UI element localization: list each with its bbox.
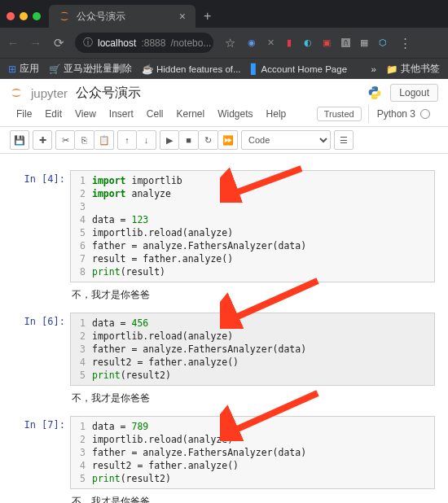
- maximize-window-button[interactable]: [33, 12, 41, 20]
- menu-view[interactable]: View: [68, 105, 103, 123]
- code-cell[interactable]: In [7]:12345data = 789importlib.reload(a…: [10, 414, 438, 491]
- url-host: localhost: [98, 37, 136, 49]
- star-bookmark-icon[interactable]: ☆: [223, 37, 236, 50]
- move-down-button[interactable]: ↓: [137, 130, 156, 150]
- bookmark-item[interactable]: ▋Account Home Page: [251, 63, 347, 75]
- browser-tab[interactable]: 公众号演示 ×: [49, 5, 195, 28]
- copy-button[interactable]: ⎘: [75, 130, 94, 150]
- code-text[interactable]: import importlibimport analyze data = 12…: [92, 174, 434, 278]
- jupyter-favicon-icon: [59, 11, 70, 22]
- restart-button[interactable]: ↻: [199, 130, 218, 150]
- extension-icon[interactable]: ✕: [265, 37, 276, 49]
- restart-run-all-button[interactable]: ⏩: [218, 130, 238, 150]
- trusted-badge[interactable]: Trusted: [317, 107, 362, 121]
- code-text[interactable]: data = 456importlib.reload(analyze)fathe…: [92, 317, 434, 382]
- apps-bookmark[interactable]: ⊞应用: [8, 63, 39, 75]
- menu-insert[interactable]: Insert: [103, 105, 140, 123]
- kernel-indicator[interactable]: Python 3: [368, 105, 438, 123]
- menu-edit[interactable]: Edit: [38, 105, 68, 123]
- minimize-window-button[interactable]: [20, 12, 28, 20]
- extension-icon[interactable]: ⬡: [377, 37, 389, 49]
- extension-icon[interactable]: 🅰: [340, 37, 351, 49]
- line-gutter: 12345678: [71, 174, 89, 278]
- browser-chrome: 公众号演示 × + ← → ⟳ ⓘ localhost:8888/notebo.…: [0, 0, 448, 79]
- cell-output: 不，我才是你爸爸: [10, 286, 438, 304]
- output-text: 不，我才是你爸爸: [70, 492, 152, 503]
- toolbar: 💾 ✚ ✂ ⎘ 📋 ↑ ↓ ▶ ■ ↻ ⏩ Code ☰: [0, 127, 448, 154]
- forward-button[interactable]: →: [29, 37, 42, 50]
- reload-button[interactable]: ⟳: [52, 37, 65, 50]
- tab-title: 公众号演示: [77, 10, 125, 24]
- tab-strip: 公众号演示 × +: [0, 0, 448, 28]
- save-button[interactable]: 💾: [10, 130, 29, 150]
- close-window-button[interactable]: [7, 12, 15, 20]
- line-gutter: 12345: [71, 420, 89, 485]
- bookmark-item[interactable]: 🛒亚马逊批量删除: [49, 63, 132, 75]
- line-gutter: 12345: [71, 317, 89, 382]
- code-cell[interactable]: In [4]:12345678import importlibimport an…: [10, 168, 438, 284]
- code-input[interactable]: 12345data = 456importlib.reload(analyze)…: [70, 313, 435, 386]
- extension-icon[interactable]: ▣: [321, 37, 332, 49]
- jupyter-logo-icon: [10, 86, 23, 99]
- address-bar[interactable]: ⓘ localhost:8888/notebo...: [75, 33, 213, 53]
- code-cell[interactable]: In [6]:12345data = 456importlib.reload(a…: [10, 311, 438, 387]
- output-text: 不，我才是你爸爸: [70, 389, 152, 408]
- notebook-title[interactable]: 公众号演示: [76, 85, 141, 102]
- input-prompt: In [7]:: [13, 416, 70, 489]
- cell-output: 不，我才是你爸爸: [10, 492, 438, 503]
- menu-widgets[interactable]: Widgets: [211, 105, 259, 123]
- menu-cell[interactable]: Cell: [140, 105, 170, 123]
- back-button[interactable]: ←: [7, 37, 20, 50]
- extension-icon[interactable]: ◐: [302, 37, 314, 49]
- command-palette-button[interactable]: ☰: [334, 130, 354, 150]
- cell-output: 不，我才是你爸爸: [10, 389, 438, 408]
- bookmarks-bar: ⊞应用 🛒亚马逊批量删除 ☕Hidden features of... ▋Acc…: [0, 58, 448, 79]
- input-prompt: In [4]:: [13, 170, 70, 282]
- extension-icon[interactable]: ◉: [246, 37, 257, 49]
- notebook-container: In [4]:12345678import importlibimport an…: [0, 154, 448, 503]
- jupyter-header: jupyter 公众号演示 Logout: [0, 79, 448, 103]
- extension-icon[interactable]: ▦: [358, 37, 370, 49]
- site-info-icon[interactable]: ⓘ: [83, 36, 93, 50]
- code-input[interactable]: 12345data = 789importlib.reload(analyze)…: [70, 416, 435, 489]
- menu-file[interactable]: File: [10, 105, 38, 123]
- menu-icon[interactable]: ⋮: [398, 37, 411, 50]
- input-prompt: In [6]:: [13, 313, 70, 386]
- jupyter-brand: jupyter: [31, 86, 68, 100]
- bookmarks-overflow[interactable]: »: [371, 64, 376, 74]
- kernel-status-icon: [420, 109, 430, 119]
- bookmark-item[interactable]: ☕Hidden features of...: [142, 63, 241, 75]
- cell-type-select[interactable]: Code: [241, 130, 331, 150]
- menu-help[interactable]: Help: [260, 105, 293, 123]
- window-controls: [7, 12, 41, 20]
- menu-kernel[interactable]: Kernel: [170, 105, 212, 123]
- extension-icon[interactable]: ▮: [283, 37, 295, 49]
- run-button[interactable]: ▶: [160, 130, 179, 150]
- close-tab-icon[interactable]: ×: [132, 10, 186, 23]
- output-text: 不，我才是你爸爸: [70, 286, 152, 304]
- cut-button[interactable]: ✂: [55, 130, 75, 150]
- code-input[interactable]: 12345678import importlibimport analyze d…: [70, 170, 435, 282]
- paste-button[interactable]: 📋: [94, 130, 114, 150]
- other-bookmarks[interactable]: 📁其他书签: [386, 63, 440, 75]
- address-bar-row: ← → ⟳ ⓘ localhost:8888/notebo... ☆ ◉ ✕ ▮…: [0, 28, 448, 58]
- python-icon: [367, 85, 382, 100]
- new-tab-button[interactable]: +: [195, 9, 219, 24]
- insert-cell-button[interactable]: ✚: [33, 130, 52, 150]
- extensions-row: ◉ ✕ ▮ ◐ ▣ 🅰 ▦ ⬡: [246, 37, 389, 49]
- menu-bar: File Edit View Insert Cell Kernel Widget…: [0, 103, 448, 127]
- code-text[interactable]: data = 789importlib.reload(analyze)fathe…: [92, 420, 434, 485]
- interrupt-button[interactable]: ■: [179, 130, 199, 150]
- move-up-button[interactable]: ↑: [117, 130, 137, 150]
- logout-button[interactable]: Logout: [390, 84, 438, 102]
